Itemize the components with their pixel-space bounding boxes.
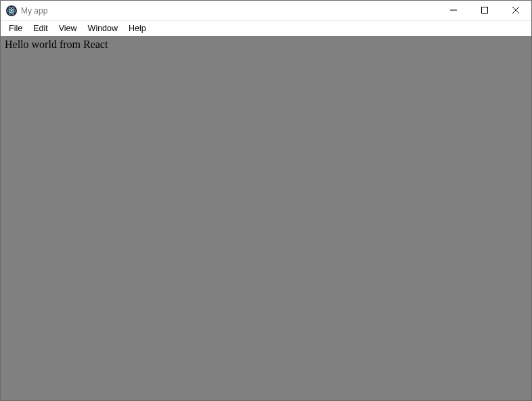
menu-edit[interactable]: Edit: [28, 22, 53, 34]
close-button[interactable]: [500, 1, 531, 20]
minimize-icon: [450, 5, 457, 16]
content-area: Hello world from React: [1, 36, 531, 400]
menu-help[interactable]: Help: [123, 22, 152, 34]
window-controls: [438, 1, 531, 20]
menu-file[interactable]: File: [3, 22, 28, 34]
menubar: File Edit View Window Help: [1, 21, 531, 36]
menu-window[interactable]: Window: [83, 22, 123, 34]
menu-view[interactable]: View: [53, 22, 83, 34]
app-icon: [6, 5, 17, 16]
maximize-button[interactable]: [469, 1, 500, 20]
svg-rect-6: [482, 7, 488, 14]
close-icon: [512, 5, 519, 16]
window-title: My app: [21, 6, 438, 16]
maximize-icon: [481, 5, 488, 16]
svg-point-1: [11, 9, 13, 11]
content-text: Hello world from React: [5, 39, 527, 51]
minimize-button[interactable]: [438, 1, 469, 20]
titlebar: My app: [1, 1, 531, 21]
app-window: My app File: [0, 0, 532, 401]
